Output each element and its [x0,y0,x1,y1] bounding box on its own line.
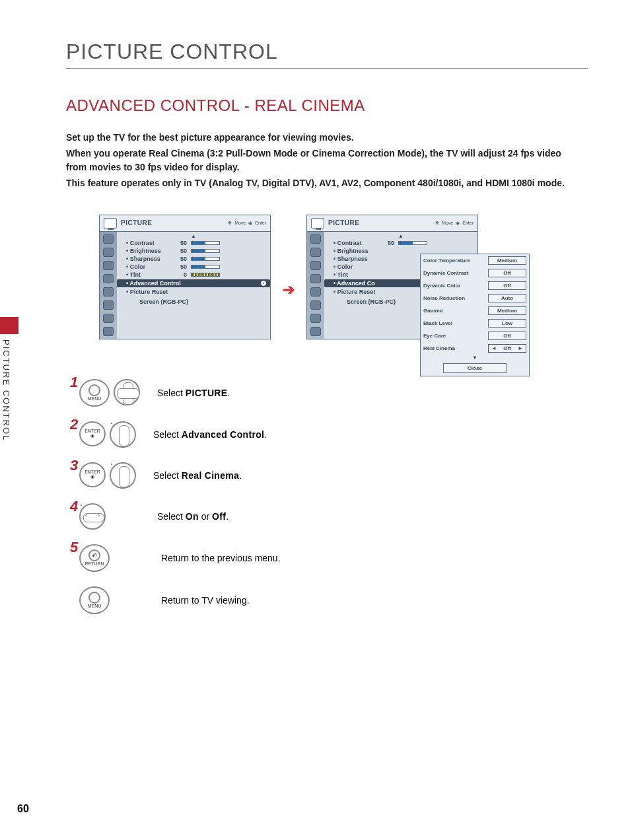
osd-item-contrast: • Contrast50 [120,239,267,247]
adv-noise-reduction: Noise ReductionAuto [421,292,529,304]
menu-icon [310,314,321,323]
step-number: 4 [70,498,78,515]
step-text: Return to TV viewing. [161,595,250,606]
remote-menu-button: MENU [79,586,110,614]
osd-item-contrast: • Contrast50 [327,239,475,247]
osd-side-icons [307,232,324,339]
menu-icon [103,274,114,283]
adv-value: Medium [488,306,526,315]
adv-value: Off [488,281,526,290]
menu-icon [103,287,114,297]
scroll-down-icon: ▼ [421,355,529,361]
osd-title: PICTURE [121,219,152,227]
title-underline [66,68,588,69]
body-text: Set up the TV for the best picture appea… [66,131,571,191]
remote-dpad-icon [114,379,140,405]
menu-icon [103,234,114,244]
adv-eye-care: Eye CareOff [421,330,529,342]
scroll-up-icon: ▲ [120,234,267,239]
step-number: 1 [70,374,78,391]
remote-dpad-vertical-icon [110,421,136,448]
menu-icon [103,261,114,270]
osd-side-icons [100,232,117,339]
page-number: 60 [17,803,29,815]
triangle-right-icon: ► [518,345,523,351]
advanced-control-panel: Color TemperatureMedium Dynamic Contrast… [420,254,530,376]
tab-accent [0,317,18,334]
remote-enter-button: ENTER◉ [79,421,106,446]
tv-icon [104,218,117,228]
arrow-right-icon: ➔ [283,281,295,298]
remote-enter-button: ENTER◉ [79,462,106,487]
menu-icon [310,300,321,310]
scroll-up-icon: ▲ [327,234,475,239]
step-text: Select Advanced Control. [153,429,267,440]
adv-gamma: GammaMedium [421,304,529,317]
menu-icon [310,287,321,297]
osd-hint: ✥Move◉Enter [435,221,473,226]
paragraph-3: This feature operates only in TV (Analog… [66,176,571,191]
remote-menu-button: MENU [79,379,110,407]
side-tab: PICTURE CONTROL [0,317,18,456]
adv-value: Auto [488,294,526,302]
remote-return-button: ↶RETURN [79,544,110,572]
osd-item-advanced-selected: • Advanced Control [117,279,270,287]
radio-selected-icon [261,281,266,286]
osd-item-brightness: • Brightness50 [120,247,267,255]
remote-dpad-vertical-icon [110,462,136,489]
close-button: Close [443,363,507,373]
osd-item-sharpness: • Sharpness50 [120,255,267,263]
menu-icon [103,314,114,323]
osd-item-tint: • Tint0 [120,271,267,279]
step-4: 4 ‹ › Select On or Off. [70,503,571,530]
step-number: 2 [70,416,78,433]
step-number: 5 [70,539,78,556]
adv-color-temperature: Color TemperatureMedium [421,254,529,267]
adv-dynamic-color: Dynamic ColorOff [421,279,529,292]
adv-value: Off [488,269,526,277]
menu-icon [310,234,321,244]
adv-value-selected: ◄Off► [488,344,526,353]
adv-black-level: Black LevelLow [421,317,529,330]
adv-dynamic-contrast: Dynamic ContrastOff [421,267,529,279]
step-text: Select Real Cinema. [153,470,242,481]
side-tab-label: PICTURE CONTROL [1,339,11,441]
menu-icon [310,327,321,336]
adv-value: Medium [488,256,526,265]
step-2: 2 ENTER◉ Select Advanced Control. [70,421,571,448]
adv-value: Low [488,319,526,328]
menu-icon [310,248,321,257]
step-1: 1 MENU Select PICTURE. [70,379,571,407]
menu-icon [103,327,114,336]
adv-value: Off [488,332,526,340]
step-text: Return to the previous menu. [161,553,281,563]
osd-title: PICTURE [328,219,359,227]
paragraph-2: When you operate Real Cinema (3:2 Pull-D… [66,147,571,175]
tv-icon [311,218,324,228]
remote-dpad-horizontal-icon: ‹ › [79,503,106,530]
step-number: 3 [70,457,78,474]
osd-picture-left: PICTURE ✥Move◉Enter ▲ [99,215,271,339]
step-3: 3 ENTER◉ Select Real Cinema. [70,462,571,489]
menu-icon [103,300,114,310]
osd-item-color: • Color50 [120,263,267,271]
menu-icon [310,274,321,283]
menu-icon [103,248,114,257]
paragraph-1: Set up the TV for the best picture appea… [66,131,571,145]
osd-item-reset: • Picture Reset [120,288,267,296]
step-text: Select On or Off. [157,511,228,522]
triangle-left-icon: ◄ [491,345,497,351]
step-5: 5 ↶RETURN Return to the previous menu. [70,544,571,572]
section-title: ADVANCED CONTROL - REAL CINEMA [66,96,571,115]
page-title: PICTURE CONTROL [66,40,571,64]
screen-label: Screen (RGB-PC) [120,296,267,308]
step-6: MENU Return to TV viewing. [70,586,571,614]
menu-icon [310,261,321,270]
adv-real-cinema-selected: Real Cinema◄Off► [421,342,529,355]
osd-hint: ✥Move◉Enter [228,221,266,226]
step-text: Select PICTURE. [157,388,230,398]
